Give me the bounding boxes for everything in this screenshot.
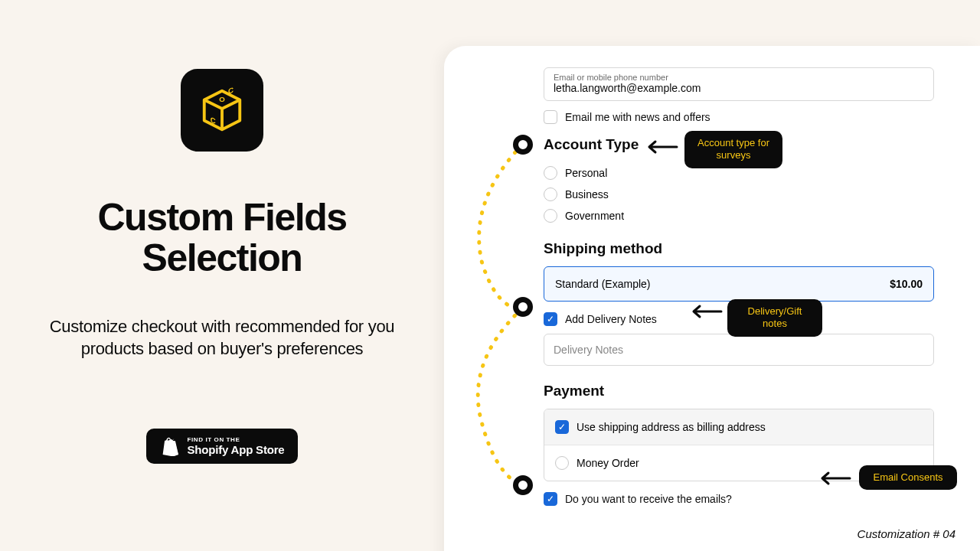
radio-government[interactable]: Government xyxy=(544,205,934,227)
radio-icon xyxy=(555,456,569,470)
delivery-notes-input[interactable]: Delivery Notes xyxy=(544,334,934,366)
checkbox-icon xyxy=(544,110,557,124)
news-label: Email me with news and offers xyxy=(565,111,710,123)
checkbox-checked-icon: ✓ xyxy=(544,312,557,326)
radio-business[interactable]: Business xyxy=(544,184,934,205)
shipping-price: $10.00 xyxy=(890,278,923,290)
callout-email-consents: Email Consents xyxy=(859,465,957,490)
radio-icon xyxy=(544,187,557,201)
customization-number: Customization # 04 xyxy=(858,527,956,540)
arrow-icon xyxy=(686,302,723,321)
cube-icon: O C C xyxy=(198,86,246,134)
billing-same-row[interactable]: ✓ Use shipping address as billing addres… xyxy=(544,409,933,445)
payment-heading: Payment xyxy=(544,383,934,399)
shipping-heading: Shipping method xyxy=(544,240,934,257)
billing-same-label: Use shipping address as billing address xyxy=(577,421,766,433)
email-consent-label: Do you want to receive the emails? xyxy=(565,493,732,505)
arrow-icon xyxy=(815,469,851,487)
callout-account-type: Account type for surveys xyxy=(684,131,782,168)
badge-top-text: FIND IT ON THE xyxy=(188,436,240,443)
add-notes-label: Add Delivery Notes xyxy=(565,313,657,325)
svg-text:O: O xyxy=(219,95,225,103)
svg-text:C: C xyxy=(228,86,234,96)
page-subtitle: Customize checkout with recommended for … xyxy=(46,316,398,360)
app-logo: O C C xyxy=(181,69,263,152)
radio-label: Business xyxy=(565,188,609,201)
shipping-option-card[interactable]: Standard (Example) $10.00 xyxy=(544,266,934,302)
callout-marker xyxy=(513,475,533,495)
checkbox-checked-icon: ✓ xyxy=(555,420,569,434)
shopify-app-store-badge[interactable]: FIND IT ON THE Shopify App Store xyxy=(146,429,299,464)
arrow-icon xyxy=(642,138,678,156)
left-panel: O C C Custom Fields Selection Customize … xyxy=(0,0,444,551)
notes-placeholder: Delivery Notes xyxy=(554,344,623,356)
shipping-name: Standard (Example) xyxy=(555,278,651,290)
email-value: letha.langworth@example.com xyxy=(554,82,924,94)
radio-icon xyxy=(544,209,557,223)
shopify-bag-icon xyxy=(160,436,178,456)
email-consent-row[interactable]: ✓ Do you want to receive the emails? xyxy=(544,492,934,506)
page-title: Custom Fields Selection xyxy=(46,197,398,278)
email-label: Email or mobile phone number xyxy=(554,73,924,82)
radio-icon xyxy=(544,166,557,180)
radio-label: Personal xyxy=(565,167,607,179)
checkbox-checked-icon: ✓ xyxy=(544,492,557,506)
email-field[interactable]: Email or mobile phone number letha.langw… xyxy=(544,67,934,101)
radio-label: Government xyxy=(565,210,624,222)
money-order-label: Money Order xyxy=(577,457,639,469)
callout-delivery-notes: Delivery/Gift notes xyxy=(727,299,822,337)
callout-marker xyxy=(513,297,533,317)
news-checkbox-row[interactable]: Email me with news and offers xyxy=(544,110,934,124)
callout-marker xyxy=(513,135,533,155)
badge-bottom-text: Shopify App Store xyxy=(188,443,285,456)
